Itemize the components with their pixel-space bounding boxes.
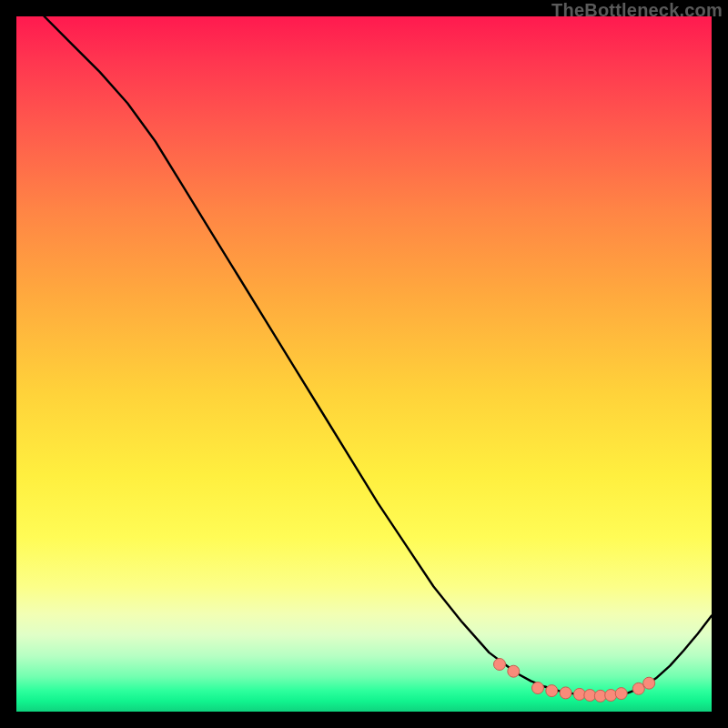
highlight-dot bbox=[546, 685, 558, 697]
highlight-dot bbox=[532, 682, 544, 694]
chart-svg bbox=[16, 16, 712, 712]
plot-area bbox=[16, 16, 712, 712]
highlight-dot bbox=[494, 659, 506, 671]
highlight-dot bbox=[573, 688, 585, 700]
bottleneck-curve bbox=[45, 16, 712, 696]
highlight-dot bbox=[605, 690, 617, 702]
highlight-dot bbox=[560, 687, 571, 699]
highlight-dots bbox=[494, 659, 655, 703]
highlight-dot bbox=[643, 677, 655, 689]
highlight-dot bbox=[632, 682, 644, 694]
watermark-text: TheBottleneck.com bbox=[551, 0, 723, 21]
highlight-dot bbox=[508, 665, 520, 677]
highlight-dot bbox=[615, 688, 627, 700]
